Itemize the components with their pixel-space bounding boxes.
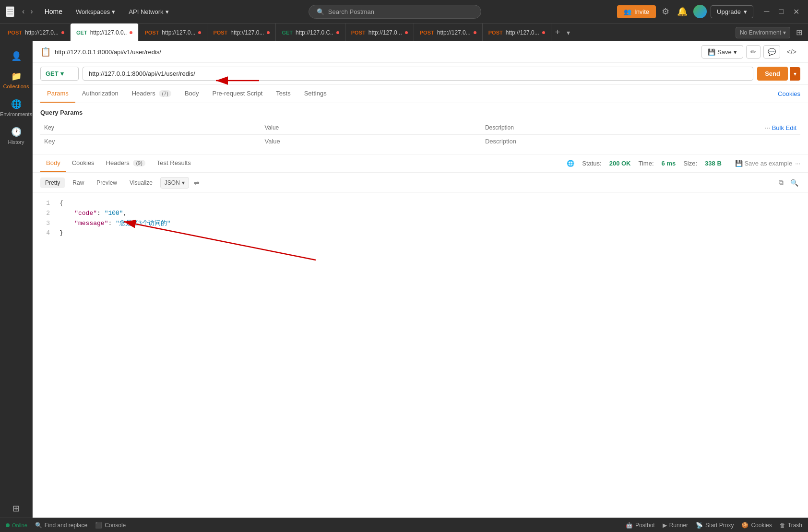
- tab-7[interactable]: POST http://127.0...: [483, 24, 551, 41]
- postbot-button[interactable]: 🤖 Postbot: [626, 522, 655, 529]
- resp-tab-cookies[interactable]: Cookies: [66, 154, 100, 172]
- tab-5[interactable]: POST http://127.0...: [345, 24, 414, 41]
- tab-headers[interactable]: Headers (7): [125, 85, 178, 103]
- start-proxy-button[interactable]: 📡 Start Proxy: [696, 522, 734, 529]
- resp-headers-label: Headers: [106, 159, 130, 166]
- resp-tab-body[interactable]: Body: [40, 154, 66, 172]
- tab-6[interactable]: POST http://127.0...: [414, 24, 483, 41]
- response-section: Body Cookies Headers (9) Test Results 🌐 …: [33, 154, 808, 518]
- format-tab-visualize[interactable]: Visualize: [125, 177, 157, 188]
- find-replace-icon: 🔍: [35, 522, 42, 529]
- runner-icon: ▶: [663, 522, 667, 529]
- table-row: [40, 135, 800, 148]
- tab-authorization-label: Authorization: [82, 90, 119, 97]
- request-tabs: Params Authorization Headers (7) Body Pr…: [33, 85, 808, 103]
- tab-params[interactable]: Params: [40, 85, 75, 103]
- method-dropdown[interactable]: GET ▾: [40, 67, 79, 81]
- find-replace-button[interactable]: 🔍 Find and replace: [35, 522, 87, 529]
- titlebar-actions: 👥 Invite ⚙ 🔔 Upgrade ▾ ─ □ ✕: [617, 4, 802, 19]
- url-input[interactable]: [83, 67, 753, 81]
- find-replace-label: Find and replace: [45, 522, 87, 529]
- api-network-menu[interactable]: API Network ▾: [125, 6, 172, 17]
- home-link[interactable]: Home: [41, 8, 66, 15]
- status-online[interactable]: Online: [6, 522, 27, 528]
- api-network-chevron: ▾: [166, 8, 169, 15]
- search-box[interactable]: 🔍 Search Postman: [309, 5, 481, 19]
- format-tab-pretty[interactable]: Pretty: [40, 177, 65, 188]
- tab-body-label: Body: [185, 90, 199, 97]
- forward-button[interactable]: ›: [28, 5, 35, 18]
- tab-body[interactable]: Body: [178, 85, 206, 103]
- wrap-text-button[interactable]: ⇌: [192, 177, 202, 189]
- resp-tab-test-results[interactable]: Test Results: [151, 154, 197, 172]
- code-viewer: 1 { 2 "code": "100", 3 "message": "您是第3个…: [33, 193, 808, 518]
- trash-button[interactable]: 🗑 Trash: [780, 522, 802, 529]
- tab-3[interactable]: POST http://127.0...: [207, 24, 276, 41]
- upgrade-button[interactable]: Upgrade ▾: [711, 5, 753, 18]
- tab-2[interactable]: POST http://127.0...: [139, 24, 207, 41]
- avatar[interactable]: [693, 5, 707, 18]
- history-icon: 🕐: [11, 127, 22, 137]
- tab-0[interactable]: POST http://127.0...: [2, 24, 71, 41]
- runner-button[interactable]: ▶ Runner: [663, 522, 688, 529]
- workspaces-menu[interactable]: Workspaces ▾: [72, 6, 119, 17]
- search-response-button[interactable]: 🔍: [788, 177, 800, 189]
- sidebar-item-user[interactable]: 👤: [2, 47, 31, 65]
- param-actions-cell: [701, 135, 800, 148]
- param-value-input[interactable]: [264, 138, 477, 145]
- response-format-bar: Pretty Raw Preview Visualize JSON ▾ ⇌ ⧉ …: [33, 173, 808, 193]
- tab-dot-4: [336, 31, 339, 34]
- more-resp-options[interactable]: ···: [795, 160, 800, 167]
- tab-pre-request[interactable]: Pre-request Script: [206, 85, 270, 103]
- env-dropdown[interactable]: No Environment ▾: [736, 27, 790, 38]
- headers-badge: (7): [159, 90, 171, 97]
- sidebar-item-history[interactable]: 🕐 History: [2, 123, 31, 149]
- minimize-button[interactable]: ─: [761, 6, 772, 17]
- close-button[interactable]: ✕: [790, 6, 802, 17]
- tab-1[interactable]: GET http://127.0.0..: [71, 24, 139, 41]
- code-button[interactable]: </>: [783, 45, 800, 59]
- resp-tab-headers[interactable]: Headers (9): [100, 154, 151, 172]
- format-tab-raw[interactable]: Raw: [68, 177, 89, 188]
- format-type-dropdown[interactable]: JSON ▾: [160, 177, 189, 189]
- tab-tests[interactable]: Tests: [269, 85, 297, 103]
- invite-button[interactable]: 👥 Invite: [617, 5, 656, 18]
- format-tab-preview[interactable]: Preview: [92, 177, 122, 188]
- settings-icon[interactable]: ⚙: [660, 4, 671, 19]
- back-button[interactable]: ‹: [20, 5, 26, 18]
- bulk-edit-button[interactable]: Bulk Edit: [772, 124, 796, 131]
- menu-icon[interactable]: ☰: [6, 6, 14, 17]
- notification-icon[interactable]: 🔔: [675, 4, 689, 19]
- maximize-button[interactable]: □: [776, 6, 786, 17]
- console-icon: ⬛: [95, 522, 102, 529]
- tab-4[interactable]: GET http://127.0.C..: [276, 24, 345, 41]
- tab-method-7: POST: [488, 30, 503, 35]
- tab-authorization[interactable]: Authorization: [75, 85, 125, 103]
- sidebar-item-apps[interactable]: ⊞: [2, 499, 31, 518]
- grid-view-button[interactable]: ⊞: [792, 26, 806, 39]
- tab-settings[interactable]: Settings: [297, 85, 333, 103]
- sidebar-item-collections[interactable]: 📁 Collections: [2, 67, 31, 93]
- save-button[interactable]: 💾 Save ▾: [701, 45, 743, 59]
- param-key-input[interactable]: [44, 138, 257, 145]
- send-button[interactable]: Send: [757, 67, 788, 81]
- cookies-label: Cookies: [751, 522, 772, 529]
- add-tab-button[interactable]: +: [551, 27, 564, 37]
- tab-overflow-button[interactable]: ▾: [564, 29, 573, 36]
- cookies-button[interactable]: 🍪 Cookies: [741, 522, 772, 529]
- param-desc-input[interactable]: [485, 138, 698, 145]
- save-example-button[interactable]: 💾 Save as example: [735, 160, 792, 167]
- status-label: Status:: [582, 160, 601, 167]
- sidebar-item-environments[interactable]: 🌐 Environments: [2, 95, 31, 121]
- col-value: Value: [261, 121, 481, 135]
- edit-button[interactable]: ✏: [746, 45, 760, 59]
- code-line-3: 3 "message": "您是第3个访问的": [40, 219, 800, 229]
- cookies-link[interactable]: Cookies: [778, 90, 800, 97]
- line-num-1: 1: [40, 199, 50, 209]
- console-button[interactable]: ⬛ Console: [95, 522, 126, 529]
- code-line-4: 4 }: [40, 228, 800, 238]
- copy-response-button[interactable]: ⧉: [777, 177, 785, 189]
- comment-button[interactable]: 💬: [763, 45, 780, 59]
- tab-method-3: POST: [213, 30, 227, 35]
- send-dropdown[interactable]: ▾: [790, 67, 800, 81]
